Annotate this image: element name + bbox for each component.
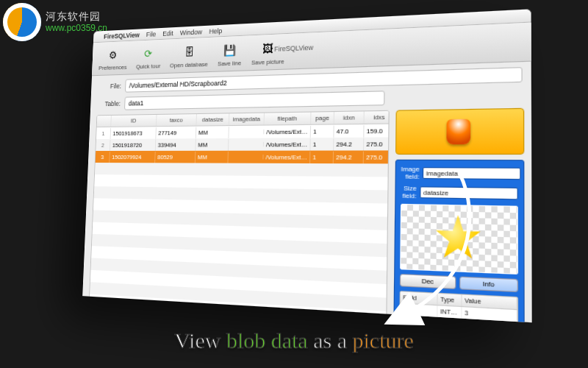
tab-dec[interactable]: Dec — [400, 274, 456, 289]
menu-file[interactable]: File — [146, 30, 157, 38]
save-line-button[interactable]: 💾 Save line — [218, 40, 242, 67]
database-logo-icon — [446, 119, 470, 145]
col-taxco[interactable]: taxco — [157, 114, 197, 126]
table-row[interactable]: 11501918673277149MM/Volumes/Ext…147.0159… — [96, 124, 388, 139]
watermark-logo-icon — [3, 3, 41, 41]
menu-edit[interactable]: Edit — [162, 29, 173, 38]
table-row[interactable]: 3150207992480529MM/Volumes/Ext…1294.2275… — [96, 150, 388, 163]
caption-blob-data: blob data — [226, 328, 308, 353]
database-icon: 🗄 — [181, 42, 198, 60]
table-label: Table: — [97, 100, 121, 108]
col-page[interactable]: page — [311, 112, 334, 124]
col-imagedata[interactable]: imagedata — [229, 113, 265, 125]
table-row[interactable]: 21501918720339494MM/Volumes/Ext…1294.227… — [96, 138, 388, 152]
save-line-label: Save line — [218, 59, 241, 66]
blob-preview — [400, 204, 518, 275]
image-field-label: Image field: — [401, 166, 419, 181]
star-icon — [434, 213, 482, 263]
caption: View blob data as a picture — [0, 328, 588, 353]
col-filepath[interactable]: filepath — [265, 113, 312, 125]
open-database-label: Open database — [170, 60, 208, 68]
watermark-cn: 河东软件园 — [46, 10, 107, 23]
col-datasize[interactable]: datasize — [196, 113, 229, 125]
quick-tour-label: Quick tour — [136, 63, 161, 70]
data-table: ID taxco datasize imagedata filepath pag… — [89, 110, 390, 316]
preferences-button[interactable]: ⚙ Preferences — [98, 46, 128, 71]
col-id[interactable]: ID — [111, 115, 157, 127]
schema-col-field: Field — [401, 291, 438, 305]
save-picture-label: Save picture — [251, 57, 284, 66]
preferences-label: Preferences — [98, 63, 127, 71]
col-idxs[interactable]: idxs — [365, 111, 390, 124]
app-menu[interactable]: FireSQLView — [104, 31, 140, 40]
caption-picture: picture — [353, 328, 414, 353]
caption-part1: View — [174, 328, 226, 353]
schema-col-type: Type — [438, 294, 462, 306]
size-field-label: Size field: — [401, 185, 417, 200]
site-watermark: 河东软件园 www.pc0359.cn — [3, 3, 107, 41]
tour-icon: ⟳ — [140, 44, 157, 63]
tab-info[interactable]: Info — [459, 277, 518, 293]
gear-icon: ⚙ — [105, 46, 121, 64]
app-window: FireSQLView File Edit Window Help ⚙ Pref… — [82, 9, 532, 322]
size-field-input[interactable] — [420, 186, 518, 199]
watermark-url: www.pc0359.cn — [46, 23, 107, 33]
col-rownum[interactable] — [97, 116, 112, 127]
file-label: File: — [98, 82, 121, 91]
col-idxn[interactable]: idxn — [334, 111, 365, 124]
image-field-input[interactable] — [423, 167, 521, 180]
app-logo — [395, 108, 524, 155]
save-icon: 💾 — [221, 40, 239, 60]
inspector-panel: Image field: Size field: Dec Info — [392, 160, 525, 322]
open-database-button[interactable]: 🗄 Open database — [170, 42, 209, 69]
menu-window[interactable]: Window — [180, 28, 202, 37]
menu-help[interactable]: Help — [209, 26, 222, 35]
schema-table: Field Type Value IDINTEGER3taxcotext1502… — [398, 291, 518, 322]
quick-tour-button[interactable]: ⟳ Quick tour — [136, 43, 161, 69]
caption-part3: as a — [308, 328, 353, 353]
window-title: FireSQLView — [274, 43, 314, 53]
